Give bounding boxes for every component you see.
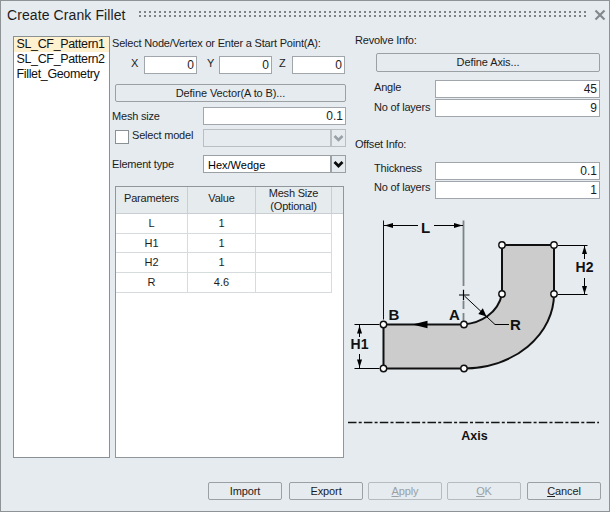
svg-text:Axis: Axis	[461, 429, 487, 443]
svg-text:B: B	[389, 306, 400, 323]
svg-text:R: R	[510, 316, 521, 333]
svg-text:H2: H2	[576, 259, 594, 275]
svg-text:A: A	[449, 306, 460, 323]
svg-text:H1: H1	[351, 336, 369, 352]
svg-text:L: L	[421, 219, 430, 236]
